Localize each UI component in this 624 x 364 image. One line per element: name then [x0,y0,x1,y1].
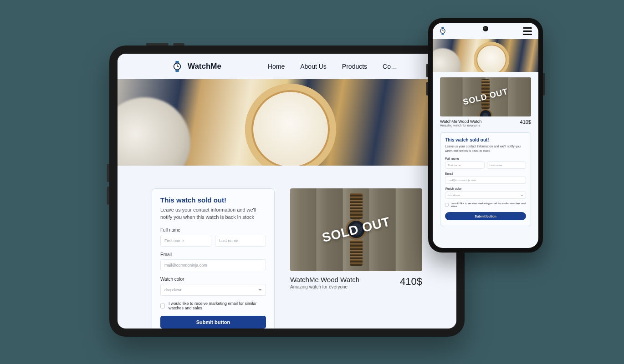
form-title: This watch sold out! [160,196,266,204]
first-name-input[interactable]: First name [160,235,211,247]
watch-logo-icon [172,61,182,72]
brand[interactable]: WatchMe [172,61,221,72]
marketing-checkbox[interactable]: I would like to receive marketing email … [160,301,266,310]
phone-last-name-input[interactable]: Last name [487,162,527,169]
watch-color-select[interactable]: dropdown [160,284,266,296]
last-name-input[interactable]: Last name [215,235,266,247]
checkbox-icon [445,203,449,207]
product-image[interactable]: SOLD OUT [290,188,422,271]
phone-first-name-input[interactable]: First name [445,162,485,169]
product-desc: Amazing watch for everyone [290,284,359,289]
nav-products[interactable]: Products [342,63,367,70]
fullname-label: Full name [160,228,266,233]
product-price: 410$ [400,276,422,288]
nav-about[interactable]: About Us [300,63,327,70]
phone-email-label: Email [445,172,526,175]
phone-watch-color-select[interactable]: dropdown [445,192,526,199]
nav-home[interactable]: Home [268,63,285,70]
marketing-label: I would like to receive marketing email … [169,301,266,310]
phone-frame: SOLD OUT WatchMe Wood Watch Amazing watc… [428,18,543,253]
nav-contact[interactable]: Co… [383,63,397,70]
phone-product-price: 410$ [520,119,531,125]
phone-fullname-label: Full name [445,157,526,160]
checkbox-icon [160,303,165,308]
phone-hero-image [433,39,538,72]
site-header: WatchMe Home About Us Products Co… [118,54,456,79]
ipad-screen: WatchMe Home About Us Products Co… SHINO… [118,54,456,329]
email-label: Email [160,252,266,257]
phone-form-subtitle: Leave us your contact information and we… [445,144,526,153]
hamburger-menu-icon[interactable] [523,27,532,35]
phone-soldout-form: This watch sold out! Leave us your conta… [440,132,531,226]
phone-form-title: This watch sold out! [445,137,526,142]
watch-color-label: Watch color [160,277,266,282]
phone-product-name: WatchMe Wood Watch [440,119,481,124]
phone-marketing-label: I would like to receive marketing email … [451,202,526,207]
main-nav: Home About Us Products Co… [268,63,397,70]
phone-watch-color-label: Watch color [445,187,526,190]
brand-name: WatchMe [188,62,221,71]
phone-camera-icon [483,26,488,31]
form-subtitle: Leave us your contact information and we… [160,207,266,221]
ipad-frame: WatchMe Home About Us Products Co… SHINO… [109,46,465,337]
phone-product-desc: Amazing watch for everyone [440,124,481,127]
phone-screen: SOLD OUT WatchMe Wood Watch Amazing watc… [433,23,538,248]
phone-submit-button[interactable]: Submit button [445,212,526,220]
submit-button[interactable]: Submit button [160,316,266,329]
soldout-form: This watch sold out! Leave us your conta… [152,188,275,329]
hero-image: SHINOLA 12 6 9 3 11 1 2 10 4 5 7 8 [118,79,456,166]
phone-email-input[interactable]: mail@commoninja.com [445,177,526,184]
watch-logo-icon[interactable] [439,27,446,35]
product-card: SOLD OUT WatchMe Wood Watch Amazing watc… [290,188,422,329]
phone-marketing-checkbox[interactable]: I would like to receive marketing email … [445,202,526,207]
email-input[interactable]: mail@commoninja.com [160,259,266,271]
phone-product-image[interactable]: SOLD OUT [440,77,531,116]
product-name: WatchMe Wood Watch [290,276,359,283]
